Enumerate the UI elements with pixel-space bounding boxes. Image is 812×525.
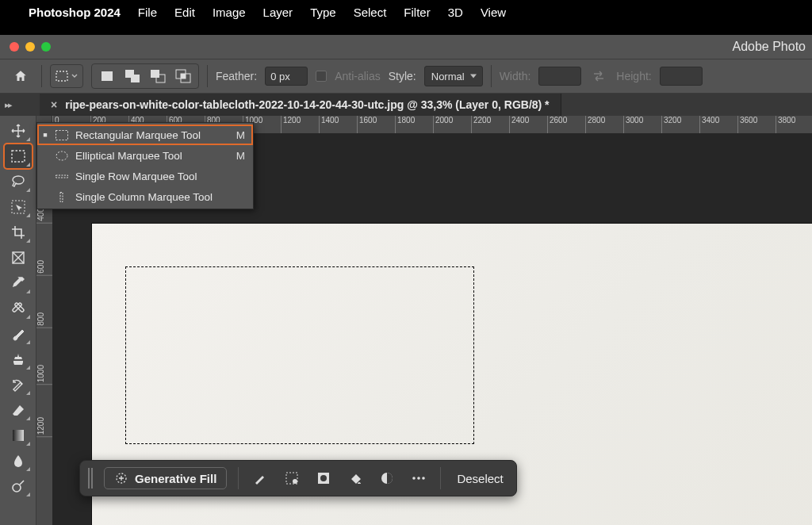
ruler-tick: 2200 (471, 116, 491, 133)
style-select[interactable]: Normal (424, 66, 483, 86)
ellipse-marquee-icon (55, 151, 69, 161)
row-marquee-icon (55, 171, 69, 182)
chevron-down-icon (71, 73, 78, 79)
ruler-tick: 600 (36, 260, 52, 276)
ruler-tick: 3600 (737, 116, 757, 133)
flyout-item-label: Single Row Marquee Tool (75, 171, 197, 182)
expand-panels-icon[interactable]: ▸▸ (5, 94, 11, 116)
ruler-tick: 2400 (509, 116, 529, 133)
ruler-tick: 1200 (281, 116, 301, 133)
more-options-button[interactable] (408, 468, 429, 489)
ruler-tick: 3400 (699, 116, 719, 133)
close-window-button[interactable] (10, 42, 19, 52)
svg-rect-14 (13, 430, 24, 441)
style-label: Style: (389, 70, 416, 82)
selection-subtract-button[interactable] (147, 66, 168, 86)
menu-image[interactable]: Image (213, 6, 246, 19)
flyout-elliptical-marquee[interactable]: Elliptical Marquee Tool M (37, 145, 253, 166)
selection-add-button[interactable] (122, 66, 143, 86)
gradient-tool[interactable] (5, 423, 32, 447)
eraser-tool[interactable] (5, 398, 32, 422)
zoom-window-button[interactable] (41, 42, 51, 52)
flyout-item-label: Elliptical Marquee Tool (75, 150, 182, 162)
menu-3d[interactable]: 3D (448, 6, 463, 19)
svg-point-15 (13, 484, 21, 492)
svg-rect-3 (131, 75, 140, 82)
dodge-tool[interactable] (5, 474, 32, 498)
crop-tool[interactable] (5, 220, 32, 244)
macos-menubar: Photoshop 2024 File Edit Image Layer Typ… (0, 0, 812, 24)
frame-tool[interactable] (5, 246, 32, 270)
feather-label: Feather: (216, 70, 257, 82)
clone-stamp-tool[interactable] (5, 347, 32, 371)
lasso-tool[interactable] (5, 170, 32, 194)
style-value: Normal (431, 71, 465, 82)
separator (440, 467, 441, 489)
close-tab-button[interactable]: × (51, 98, 57, 111)
menu-layer[interactable]: Layer (263, 6, 293, 19)
generative-fill-label: Generative Fill (135, 472, 216, 485)
marquee-tool[interactable] (5, 144, 32, 168)
svg-point-28 (423, 477, 426, 480)
history-brush-tool[interactable] (5, 373, 32, 397)
move-tool[interactable] (5, 119, 32, 143)
eyedropper-tool[interactable] (5, 271, 32, 295)
invert-selection-button[interactable] (313, 468, 334, 489)
modify-selection-button[interactable] (282, 468, 302, 489)
rect-marquee-icon (55, 130, 69, 140)
flyout-rect-marquee[interactable]: ■ Rectangular Marquee Tool M (37, 125, 253, 145)
menu-edit[interactable]: Edit (174, 6, 195, 19)
selection-mode-group (91, 63, 199, 89)
feather-input[interactable] (265, 67, 308, 86)
taskbar-grip[interactable] (88, 468, 93, 489)
selection-intersect-button[interactable] (173, 66, 193, 86)
generative-fill-button[interactable]: Generative Fill (104, 467, 227, 489)
window-titlebar: Adobe Photo (0, 35, 812, 59)
active-indicator-icon: ■ (42, 131, 48, 139)
minimize-window-button[interactable] (25, 42, 35, 52)
marquee-selection[interactable] (125, 266, 474, 444)
flyout-shortcut: M (236, 150, 245, 162)
marquee-tool-flyout: ■ Rectangular Marquee Tool M Elliptical … (36, 122, 254, 209)
spot-heal-tool[interactable] (5, 297, 32, 320)
svg-rect-9 (12, 151, 25, 162)
menu-filter[interactable]: Filter (404, 6, 430, 19)
home-button[interactable] (8, 63, 33, 89)
adjustment-button[interactable] (377, 468, 397, 489)
svg-point-24 (320, 475, 327, 481)
flyout-column-marquee[interactable]: Single Column Marquee Tool (37, 186, 253, 207)
object-selection-tool[interactable] (5, 195, 32, 219)
brush-tool[interactable] (5, 322, 32, 346)
svg-rect-16 (56, 130, 68, 140)
swap-dimensions-button (589, 67, 608, 86)
menu-file[interactable]: File (138, 6, 157, 19)
ruler-tick: 3200 (661, 116, 681, 133)
menu-type[interactable]: Type (310, 6, 336, 19)
ruler-tick: 3800 (776, 116, 795, 133)
svg-rect-1 (102, 71, 113, 81)
svg-rect-0 (56, 71, 67, 81)
window-controls (10, 42, 51, 52)
home-icon (13, 69, 28, 83)
deselect-button[interactable]: Deselect (452, 472, 508, 485)
ruler-tick: 1000 (36, 365, 52, 385)
blur-tool[interactable] (5, 449, 32, 473)
app-name[interactable]: Photoshop 2024 (29, 6, 121, 19)
document-tab[interactable]: × ripe-pears-on-white-color-tablecloth-2… (40, 94, 561, 116)
separator (238, 467, 239, 489)
ruler-tick: 2800 (585, 116, 605, 133)
select-subject-button[interactable] (250, 468, 270, 489)
fill-selection-button[interactable] (345, 468, 366, 489)
tool-preset-picker[interactable] (50, 64, 83, 88)
document-tabs-area: ▸▸ × ripe-pears-on-white-color-tableclot… (0, 94, 812, 116)
flyout-row-marquee[interactable]: Single Row Marquee Tool (37, 166, 253, 186)
selection-new-button[interactable] (97, 66, 117, 86)
ruler-tick: 2000 (433, 116, 453, 133)
contextual-taskbar[interactable]: Generative Fill Deselect (79, 460, 517, 496)
ruler-tick: 1200 (36, 417, 52, 437)
menu-select[interactable]: Select (354, 6, 387, 19)
width-label: Width: (500, 70, 531, 82)
svg-point-27 (418, 477, 421, 480)
document-tab-title: ripe-pears-on-white-color-tablecloth-202… (65, 98, 549, 111)
menu-view[interactable]: View (481, 6, 506, 19)
